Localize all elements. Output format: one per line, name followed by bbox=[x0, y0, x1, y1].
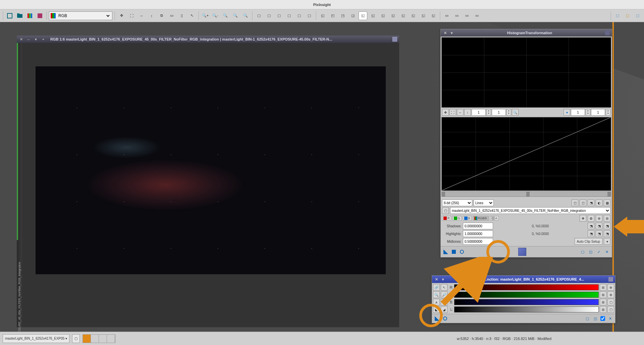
b-opt-icon[interactable]: ▢ bbox=[607, 299, 614, 305]
spinner-icon[interactable]: ▴▾ bbox=[486, 109, 491, 116]
mask-4-button[interactable]: ◲ bbox=[348, 11, 357, 20]
image-mode-icon[interactable] bbox=[392, 37, 397, 42]
iconized-window-button[interactable]: masterLight_BIN_1_6252x4176_EXP05 ▾ bbox=[3, 334, 69, 343]
fit-vert-button[interactable]: ↕ bbox=[147, 11, 156, 20]
layout-2-button[interactable]: ▭ bbox=[452, 11, 461, 20]
window-4-button[interactable]: ▢ bbox=[285, 11, 293, 20]
stf-red-bar[interactable] bbox=[454, 284, 599, 290]
screen-2-button[interactable]: ▢ bbox=[623, 11, 632, 20]
mask-2-button[interactable]: ◰ bbox=[328, 11, 337, 20]
hist-grid-icon[interactable]: ▦ bbox=[604, 199, 610, 206]
track-view-icon[interactable]: ◫ bbox=[588, 249, 594, 255]
mask-8-button[interactable]: ◱ bbox=[399, 11, 408, 20]
real-time-preview-icon[interactable] bbox=[518, 248, 526, 256]
thumb-3[interactable] bbox=[99, 335, 107, 343]
black-point-icon[interactable]: ◣ bbox=[433, 306, 440, 313]
window-2-button[interactable]: ▢ bbox=[265, 11, 273, 20]
zoom-h-icon[interactable]: ↔ bbox=[457, 109, 464, 116]
layout-3-button[interactable]: ▭ bbox=[463, 11, 471, 20]
copy-button[interactable]: ⧉ bbox=[157, 11, 166, 20]
readout-icon[interactable]: ◉ bbox=[441, 299, 447, 305]
highlights-btn3-icon[interactable]: ⬔ bbox=[604, 230, 610, 237]
channel-a-button[interactable]: A bbox=[490, 216, 499, 221]
zoom-in-button[interactable]: 🔍+ bbox=[201, 11, 210, 20]
zoom-out-icon[interactable]: 🔎 bbox=[441, 291, 447, 298]
zoom-out-h-input[interactable] bbox=[571, 109, 585, 116]
hist-opt2-icon[interactable]: ◫ bbox=[580, 199, 586, 206]
new-instance-icon[interactable] bbox=[434, 315, 440, 322]
hist-opt1-icon[interactable]: ◫ bbox=[572, 199, 578, 206]
zoom-fit-button[interactable]: 🔍 bbox=[231, 11, 240, 20]
view-target-select[interactable]: masterLight_BIN_1_6252x4176_EXPOSURE_45_… bbox=[450, 207, 610, 214]
gear-icon[interactable]: ✿ bbox=[588, 215, 594, 222]
stf-titlebar[interactable]: ✕ ▾ ScreenT...nction: masterLight_BIN_1_… bbox=[432, 276, 615, 283]
image-canvas[interactable] bbox=[22, 43, 399, 327]
zoom-fit-icon[interactable]: ⛶ bbox=[449, 109, 456, 116]
mask-5-button[interactable]: ◱ bbox=[369, 11, 377, 20]
spinner-icon[interactable]: ▴▾ bbox=[606, 109, 610, 116]
mask-active-button[interactable]: ◱ bbox=[359, 11, 367, 20]
track-view-icon[interactable]: ◫ bbox=[592, 315, 598, 322]
new-instance-icon[interactable] bbox=[443, 249, 449, 255]
apply-check-icon[interactable]: ✓ bbox=[596, 249, 602, 255]
shadow-handle[interactable] bbox=[442, 192, 445, 196]
graph-style-select[interactable]: Lines bbox=[474, 199, 494, 206]
l-reset-icon[interactable]: ⊞ bbox=[600, 306, 606, 313]
channel-selector[interactable]: RGB bbox=[49, 11, 112, 20]
maximize-icon[interactable]: + bbox=[41, 37, 46, 41]
mask-1-button[interactable]: ◱ bbox=[318, 11, 327, 20]
close-icon[interactable]: ✕ bbox=[443, 31, 447, 35]
shadows-input[interactable] bbox=[463, 223, 493, 229]
reset-icon[interactable]: ✕ bbox=[607, 315, 613, 322]
hist-opt4-icon[interactable]: ◐ bbox=[596, 199, 602, 206]
histogram-input-graph[interactable] bbox=[441, 117, 611, 191]
new-image-button[interactable] bbox=[5, 11, 14, 20]
sync-icon[interactable]: ▾ bbox=[564, 109, 570, 116]
channel-r-button[interactable]: R bbox=[442, 216, 451, 221]
collapse-icon[interactable]: ⊞ bbox=[604, 215, 610, 222]
channel-dropdown[interactable]: RGB bbox=[57, 12, 111, 19]
link-channels-icon[interactable]: 🔗 bbox=[433, 284, 440, 291]
g-opt-icon[interactable]: ⊕ bbox=[607, 291, 614, 298]
browse-docs-icon[interactable]: ▢ bbox=[584, 315, 590, 322]
open-image-button[interactable] bbox=[15, 11, 24, 20]
apply-icon[interactable] bbox=[442, 315, 448, 322]
layout-4-button[interactable]: ▭ bbox=[473, 11, 481, 20]
zoom-reset-button[interactable]: 🔍 bbox=[241, 11, 250, 20]
b-reset-icon[interactable]: ⊞ bbox=[600, 299, 606, 305]
rgb-mode-button[interactable] bbox=[25, 11, 34, 20]
channel-b-button[interactable]: B bbox=[463, 216, 472, 221]
highlights-btn2-icon[interactable]: ⬔ bbox=[596, 230, 602, 237]
minimize-icon[interactable]: – bbox=[26, 37, 31, 41]
window-3-button[interactable]: ▢ bbox=[275, 11, 283, 20]
zoom-h-input[interactable] bbox=[472, 109, 486, 116]
process-icon[interactable] bbox=[605, 31, 610, 35]
pan-icon[interactable]: ✥ bbox=[442, 109, 449, 116]
stf-green-bar[interactable] bbox=[454, 292, 599, 298]
bit-depth-select[interactable]: 8-bit (256) bbox=[442, 199, 472, 206]
shade-icon[interactable]: ▾ bbox=[34, 37, 38, 42]
highlight-handle[interactable] bbox=[607, 192, 611, 196]
auto-stretch-icon[interactable]: ᴀ bbox=[433, 299, 440, 305]
mask-11-button[interactable]: ◱ bbox=[429, 11, 438, 20]
channel-rgbk-button[interactable]: RGB/K bbox=[473, 216, 489, 221]
screen-1-button[interactable]: ▢ bbox=[613, 11, 622, 20]
window-1-button[interactable]: ▢ bbox=[255, 11, 263, 20]
channel-g-button[interactable]: G bbox=[452, 216, 462, 221]
shadows-btn3-icon[interactable]: ⬔ bbox=[604, 223, 610, 229]
expand-icon[interactable]: ⊕ bbox=[596, 215, 602, 222]
histogram-output-graph[interactable] bbox=[441, 37, 611, 108]
fit-view-button[interactable]: ⛶ bbox=[127, 11, 136, 20]
iconized-menu-button[interactable]: ▢ bbox=[72, 334, 80, 343]
screen-3-button[interactable]: ▢ bbox=[633, 11, 642, 20]
track-view-checkbox[interactable] bbox=[600, 316, 605, 321]
shadows-btn1-icon[interactable]: ⬔ bbox=[588, 223, 594, 229]
workspace-thumbs[interactable] bbox=[83, 334, 115, 343]
midtone-handle[interactable] bbox=[526, 192, 530, 196]
l-opt-icon[interactable]: ▢ bbox=[607, 306, 614, 313]
hist-titlebar[interactable]: ✕ ▾ HistogramTransformation bbox=[441, 29, 612, 37]
window-5-button[interactable]: ▢ bbox=[295, 11, 304, 20]
mask-6-button[interactable]: ◱ bbox=[379, 11, 387, 20]
mask-3-button[interactable]: ◳ bbox=[338, 11, 347, 20]
browse-docs-icon[interactable]: ▢ bbox=[580, 249, 586, 255]
